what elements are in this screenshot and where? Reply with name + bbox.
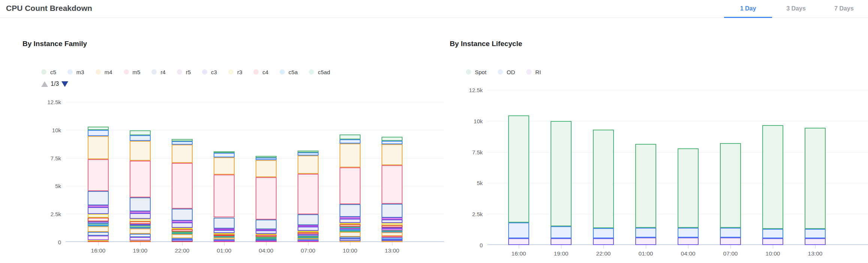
bar-segment-amber[interactable] — [298, 155, 319, 174]
bar-segment-green[interactable] — [298, 151, 319, 152]
bar-segment-blue[interactable] — [214, 153, 235, 157]
bar-segment-RI[interactable] — [762, 238, 783, 245]
bar-segment-green[interactable] — [130, 130, 151, 135]
bar-segment-blue[interactable] — [130, 227, 151, 229]
legend-item-m5[interactable]: m5 — [124, 69, 141, 75]
legend-item-m4[interactable]: m4 — [96, 69, 112, 75]
legend-item-m3[interactable]: m3 — [67, 69, 84, 75]
legend-item-r4[interactable]: r4 — [151, 69, 165, 75]
bar-segment-purple[interactable] — [382, 239, 403, 241]
bar-segment-yellow[interactable] — [172, 228, 193, 229]
bar-segment-green[interactable] — [214, 151, 235, 153]
legend-item-Spot[interactable]: Spot — [466, 69, 486, 75]
tab-3-days[interactable]: 3 Days — [772, 0, 820, 18]
bar-segment-OD[interactable] — [720, 228, 741, 238]
legend-page-up-icon[interactable] — [41, 81, 48, 87]
bar-segment-OD[interactable] — [593, 228, 614, 238]
bar-segment-purple[interactable] — [172, 239, 193, 241]
bar-segment-RI[interactable] — [593, 238, 614, 245]
bar-segment-yellow[interactable] — [298, 231, 319, 232]
bar-segment-amber[interactable] — [172, 234, 193, 238]
bar-segment-magenta[interactable] — [88, 205, 109, 207]
bar-segment-violet[interactable] — [130, 237, 151, 241]
bar-segment-teal[interactable] — [214, 236, 235, 238]
bar-segment-purple[interactable] — [256, 230, 277, 233]
bar-segment-rose[interactable] — [340, 167, 361, 204]
bar-segment-yellow[interactable] — [130, 219, 151, 221]
bar-segment-amber[interactable] — [172, 145, 193, 163]
bar-segment-purple[interactable] — [130, 213, 151, 219]
bar-segment-purple[interactable] — [130, 224, 151, 226]
bar-segment-steel[interactable] — [88, 232, 109, 236]
legend-item-c5a[interactable]: c5a — [280, 69, 298, 75]
legend-item-c4[interactable]: c4 — [253, 69, 268, 75]
bar-segment-blue[interactable] — [298, 152, 319, 155]
bar-segment-magenta[interactable] — [298, 225, 319, 227]
bar-segment-blue[interactable] — [172, 141, 193, 145]
bar-segment-RI[interactable] — [678, 238, 699, 245]
bar-segment-green[interactable] — [382, 137, 403, 141]
bar-segment-purple[interactable] — [382, 220, 403, 223]
bar-segment-blue[interactable] — [256, 158, 277, 160]
bar-segment-magenta[interactable] — [256, 229, 277, 230]
bar-segment-RI[interactable] — [551, 238, 572, 245]
bar-segment-amber[interactable] — [130, 229, 151, 233]
legend-item-OD[interactable]: OD — [498, 69, 515, 75]
legend-item-c5ad[interactable]: c5ad — [309, 69, 330, 75]
bar-segment-red[interactable] — [382, 225, 403, 227]
bar-segment-OD[interactable] — [551, 226, 572, 238]
bar-segment-rose[interactable] — [256, 177, 277, 220]
bar-segment-Spot[interactable] — [593, 130, 614, 228]
bar-segment-green[interactable] — [256, 237, 277, 238]
bar-segment-yellow[interactable] — [382, 223, 403, 225]
bar-segment-magenta[interactable] — [340, 217, 361, 219]
bar-segment-RI[interactable] — [508, 238, 529, 245]
bar-segment-red[interactable] — [88, 218, 109, 221]
bar-segment-magenta[interactable] — [130, 211, 151, 213]
bar-segment-RI[interactable] — [635, 238, 656, 245]
bar-segment-amber[interactable] — [340, 143, 361, 168]
bar-segment-steel[interactable] — [88, 191, 109, 205]
bar-segment-red[interactable] — [340, 224, 361, 227]
bar-segment-steel[interactable] — [256, 220, 277, 229]
bar-segment-blue[interactable] — [340, 139, 361, 143]
bar-segment-teal[interactable] — [340, 227, 361, 228]
bar-segment-red[interactable] — [214, 235, 235, 236]
bar-segment-rose[interactable] — [172, 163, 193, 209]
bar-segment-yellow[interactable] — [256, 233, 277, 235]
bar-segment-green[interactable] — [88, 127, 109, 130]
bar-segment-rose[interactable] — [382, 236, 403, 238]
bar-segment-teal[interactable] — [88, 223, 109, 225]
bar-segment-purple[interactable] — [214, 230, 235, 233]
legend-item-r3[interactable]: r3 — [228, 69, 242, 75]
bar-segment-purple[interactable] — [88, 207, 109, 214]
bar-segment-OD[interactable] — [635, 228, 656, 238]
bar-segment-steel[interactable] — [340, 237, 361, 239]
bar-segment-red[interactable] — [256, 235, 277, 236]
bar-segment-blue[interactable] — [88, 130, 109, 136]
bar-segment-magenta[interactable] — [172, 221, 193, 222]
bar-segment-rose[interactable] — [130, 161, 151, 197]
bar-segment-amber[interactable] — [130, 141, 151, 161]
bar-segment-purple[interactable] — [340, 219, 361, 223]
bar-segment-Spot[interactable] — [508, 115, 529, 223]
bar-segment-amber[interactable] — [382, 232, 403, 236]
bar-segment-Spot[interactable] — [635, 144, 656, 228]
bar-segment-amber[interactable] — [382, 144, 403, 165]
bar-segment-magenta[interactable] — [382, 229, 403, 230]
bar-segment-amber[interactable] — [214, 157, 235, 175]
bar-segment-magenta[interactable] — [382, 218, 403, 220]
bar-segment-amber[interactable] — [256, 160, 277, 177]
bar-segment-rose[interactable] — [298, 174, 319, 214]
bar-segment-yellow[interactable] — [214, 233, 235, 235]
bar-segment-teal[interactable] — [256, 238, 277, 239]
bar-segment-OD[interactable] — [508, 223, 529, 238]
bar-segment-steel[interactable] — [130, 234, 151, 237]
bar-segment-RI[interactable] — [720, 238, 741, 245]
bar-segment-rose[interactable] — [88, 159, 109, 191]
bar-segment-yellow[interactable] — [88, 214, 109, 218]
bar-segment-purple[interactable] — [298, 227, 319, 231]
bar-segment-amber[interactable] — [214, 238, 235, 239]
bar-segment-Spot[interactable] — [805, 128, 826, 229]
bar-segment-green[interactable] — [172, 139, 193, 141]
